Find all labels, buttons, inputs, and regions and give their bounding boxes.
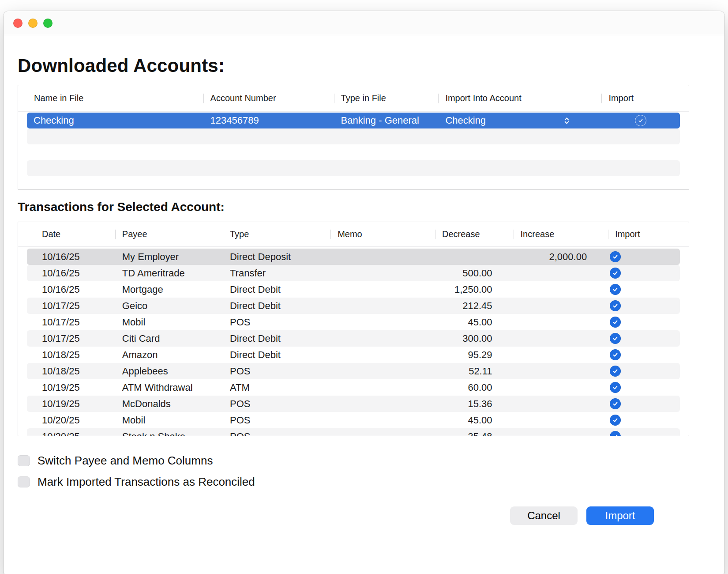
accounts-table: Name in FileAccount NumberType in FileIm… xyxy=(18,85,689,190)
type-cell: Direct Debit xyxy=(223,349,330,361)
column-header-import-into-account: Import Into Account xyxy=(438,93,601,103)
column-header-type-in-file: Type in File xyxy=(334,93,439,103)
import-checkbox-checked[interactable] xyxy=(610,431,621,436)
decrease-cell: 95.29 xyxy=(435,349,514,361)
transaction-row[interactable]: 10/17/25MobilPOS45.00 xyxy=(27,314,680,330)
column-header-date: Date xyxy=(27,229,115,239)
cancel-button[interactable]: Cancel xyxy=(510,506,578,525)
mark-reconciled-checkbox[interactable] xyxy=(18,476,30,487)
transaction-row[interactable]: 10/19/25ATM WithdrawalATM60.00 xyxy=(27,379,680,396)
payee-cell: Geico xyxy=(115,300,223,312)
date-cell: 10/20/25 xyxy=(27,415,115,426)
transaction-row[interactable]: 10/18/25AmazonDirect Debit95.29 xyxy=(27,347,680,363)
column-header-import: Import xyxy=(608,229,680,239)
import-cell xyxy=(608,284,680,295)
type-cell: POS xyxy=(223,366,330,377)
import-checkbox-checked[interactable] xyxy=(610,415,621,426)
decrease-cell: 35.48 xyxy=(435,431,514,436)
type-cell: Transfer xyxy=(223,268,330,279)
option-switch-payee-memo[interactable]: Switch Payee and Memo Columns xyxy=(18,454,710,468)
import-cell xyxy=(608,398,680,409)
import-checkbox-checked[interactable] xyxy=(610,333,621,344)
column-header-account-number: Account Number xyxy=(203,93,334,103)
decrease-cell: 60.00 xyxy=(435,382,514,393)
import-into-account-dropdown[interactable]: Checking xyxy=(438,115,601,126)
option-mark-reconciled[interactable]: Mark Imported Transactions as Reconciled xyxy=(18,475,710,489)
minimize-button[interactable] xyxy=(28,19,38,28)
column-header-increase: Increase xyxy=(514,229,608,239)
accounts-table-body: Checking123456789Banking - GeneralChecki… xyxy=(18,112,689,189)
account-import-cell xyxy=(601,115,680,126)
date-cell: 10/16/25 xyxy=(27,284,115,295)
decrease-cell: 212.45 xyxy=(435,300,514,312)
transaction-row[interactable]: 10/20/25MobilPOS45.00 xyxy=(27,412,680,428)
empty-account-row xyxy=(27,128,680,144)
accounts-table-header: Name in FileAccount NumberType in FileIm… xyxy=(18,85,689,112)
import-checkbox-checked[interactable] xyxy=(610,251,621,262)
import-cell xyxy=(608,317,680,328)
import-checkbox-checked[interactable] xyxy=(610,300,621,311)
import-checked-icon[interactable] xyxy=(635,115,646,126)
date-cell: 10/19/25 xyxy=(27,382,115,393)
transactions-table-body[interactable]: 10/16/25My EmployerDirect Deposit2,000.0… xyxy=(18,247,689,436)
transaction-row[interactable]: 10/17/25Citi CardDirect Debit300.00 xyxy=(27,330,680,347)
dialog-content: Downloaded Accounts: Name in FileAccount… xyxy=(4,55,724,525)
column-header-decrease: Decrease xyxy=(435,229,514,239)
transaction-row[interactable]: 10/18/25ApplebeesPOS52.11 xyxy=(27,363,680,379)
option-label: Switch Payee and Memo Columns xyxy=(38,454,213,468)
switch-payee-memo-checkbox[interactable] xyxy=(18,455,30,466)
decrease-cell: 1,250.00 xyxy=(435,284,514,295)
import-checkbox-checked[interactable] xyxy=(610,268,621,279)
import-dialog-window: Downloaded Accounts: Name in FileAccount… xyxy=(4,11,724,574)
name-in-file-cell: Checking xyxy=(27,115,203,126)
type-cell: POS xyxy=(223,431,330,436)
payee-cell: Citi Card xyxy=(115,333,223,344)
import-checkbox-checked[interactable] xyxy=(610,366,621,377)
decrease-cell: 45.00 xyxy=(435,317,514,328)
import-checkbox-checked[interactable] xyxy=(610,349,621,360)
transaction-row[interactable]: 10/16/25My EmployerDirect Deposit2,000.0… xyxy=(27,249,680,265)
date-cell: 10/18/25 xyxy=(27,366,115,377)
import-button[interactable]: Import xyxy=(586,506,654,525)
import-cell xyxy=(608,333,680,344)
import-checkbox-checked[interactable] xyxy=(610,317,621,328)
payee-cell: My Employer xyxy=(115,251,223,263)
date-cell: 10/16/25 xyxy=(27,268,115,279)
type-cell: POS xyxy=(223,317,330,328)
empty-account-row xyxy=(27,144,680,160)
transaction-row[interactable]: 10/17/25GeicoDirect Debit212.45 xyxy=(27,298,680,314)
dialog-actions: Cancel Import xyxy=(18,506,654,525)
payee-cell: Mobil xyxy=(115,415,223,426)
column-header-memo: Memo xyxy=(330,229,435,239)
account-row[interactable]: Checking123456789Banking - GeneralChecki… xyxy=(27,113,680,128)
import-checkbox-checked[interactable] xyxy=(610,284,621,295)
payee-cell: Mortgage xyxy=(115,284,223,295)
close-button[interactable] xyxy=(13,19,23,28)
transaction-row[interactable]: 10/19/25McDonaldsPOS15.36 xyxy=(27,396,680,412)
decrease-cell: 300.00 xyxy=(435,333,514,344)
import-checkbox-checked[interactable] xyxy=(610,382,621,393)
transaction-row[interactable]: 10/16/25TD AmeritradeTransfer500.00 xyxy=(27,265,680,281)
import-cell xyxy=(608,431,680,436)
type-cell: Direct Debit xyxy=(223,333,330,344)
zoom-button[interactable] xyxy=(43,19,53,28)
transactions-table: DatePayeeTypeMemoDecreaseIncreaseImport … xyxy=(18,222,689,436)
chevron-up-down-icon xyxy=(563,117,570,125)
import-cell xyxy=(608,382,680,393)
import-cell xyxy=(608,366,680,377)
import-cell xyxy=(608,268,680,279)
payee-cell: Amazon xyxy=(115,349,223,361)
transaction-row[interactable]: 10/16/25MortgageDirect Debit1,250.00 xyxy=(27,281,680,298)
date-cell: 10/19/25 xyxy=(27,398,115,410)
import-cell xyxy=(608,251,680,262)
payee-cell: Mobil xyxy=(115,317,223,328)
transaction-row[interactable]: 10/20/25Steak n ShakePOS35.48 xyxy=(27,428,680,436)
decrease-cell: 15.36 xyxy=(435,398,514,410)
decrease-cell: 500.00 xyxy=(435,268,514,279)
import-checkbox-checked[interactable] xyxy=(610,398,621,409)
titlebar[interactable] xyxy=(4,11,724,35)
increase-cell: 2,000.00 xyxy=(514,251,608,263)
type-cell: POS xyxy=(223,415,330,426)
date-cell: 10/16/25 xyxy=(27,251,115,263)
column-header-payee: Payee xyxy=(115,229,223,239)
